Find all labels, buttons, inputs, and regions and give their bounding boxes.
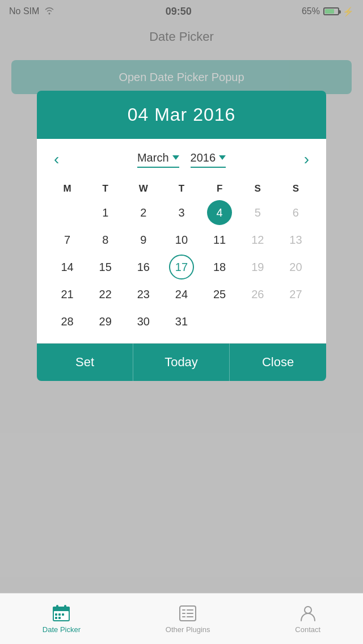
next-month-button[interactable]: › [298,148,315,171]
day-cell[interactable]: 6 [283,200,308,225]
day-cell[interactable]: 10 [169,227,194,252]
day-cell[interactable]: 7 [55,227,80,252]
weekday-mon: M [48,180,86,198]
day-cell[interactable]: 13 [283,227,308,252]
datepicker-footer: Set Today Close [37,343,326,381]
weekday-sun: S [277,180,315,198]
day-cell[interactable]: 22 [93,282,118,307]
close-button[interactable]: Close [230,344,326,381]
weekday-fri: F [201,180,239,198]
day-cell[interactable]: 29 [93,309,118,334]
day-cell[interactable]: 18 [207,255,232,279]
today-button[interactable]: Today [133,344,230,381]
svg-point-17 [305,607,311,613]
selected-date-display: 04 Mar 2016 [50,104,313,125]
day-cell[interactable]: 17 [169,255,194,279]
svg-rect-1 [53,607,70,611]
svg-rect-4 [64,605,66,609]
day-cell[interactable]: 27 [283,282,308,307]
weekday-headers: M T W T F S S [48,180,315,198]
day-cell[interactable]: 2 [131,200,156,225]
svg-rect-7 [62,613,64,616]
day-cell[interactable]: 12 [245,227,270,252]
day-cell[interactable]: 23 [131,282,156,307]
weekday-sat: S [239,180,277,198]
day-cell[interactable]: 4 [207,200,232,225]
svg-rect-16 [187,616,193,617]
day-cell[interactable]: 11 [207,227,232,252]
day-cell[interactable]: 14 [55,255,80,279]
svg-rect-5 [55,613,57,616]
datepicker-body: ‹ March 2016 › M T W T F S S [37,139,326,343]
svg-rect-11 [182,609,185,611]
day-cell[interactable]: 21 [55,282,80,307]
day-cell[interactable]: 20 [283,255,308,279]
day-cell[interactable]: 26 [245,282,270,307]
day-cell[interactable]: 3 [169,200,194,225]
tab-date-picker[interactable]: Date Picker [43,604,81,634]
days-grid: 1234567891011121314151617181920212223242… [48,200,315,334]
year-selector[interactable]: 2016 [191,151,226,168]
nav-selectors: March 2016 [137,151,226,168]
datepicker-nav: ‹ March 2016 › [48,148,315,171]
day-cell[interactable]: 9 [131,227,156,252]
prev-month-button[interactable]: ‹ [48,148,65,171]
datepicker-modal: 04 Mar 2016 ‹ March 2016 › M T W T [37,91,326,381]
tab-other-plugins[interactable]: Other Plugins [166,604,210,634]
person-icon [298,604,318,623]
svg-rect-9 [58,617,61,619]
svg-rect-14 [187,613,193,614]
svg-rect-3 [56,605,58,609]
month-label: March [137,151,169,164]
day-cell[interactable]: 16 [131,255,156,279]
weekday-thu: T [162,180,200,198]
day-cell[interactable]: 28 [55,309,80,334]
year-label: 2016 [191,151,216,164]
tab-bar: Date Picker Other Plugins Contact [0,593,363,644]
svg-rect-13 [182,613,185,614]
svg-rect-15 [182,616,185,617]
day-cell[interactable]: 24 [169,282,194,307]
day-cell[interactable]: 31 [169,309,194,334]
datepicker-header: 04 Mar 2016 [37,91,326,139]
svg-rect-8 [55,617,57,619]
tab-contact-label: Contact [295,625,320,634]
tab-contact[interactable]: Contact [295,604,320,634]
day-cell[interactable]: 15 [93,255,118,279]
weekday-wed: W [124,180,162,198]
day-cell[interactable]: 30 [131,309,156,334]
calendar-icon [52,604,71,623]
year-dropdown-icon [219,155,226,160]
weekday-tue: T [86,180,124,198]
day-cell[interactable]: 5 [245,200,270,225]
svg-rect-12 [187,609,193,611]
day-cell[interactable]: 25 [207,282,232,307]
tab-date-picker-label: Date Picker [43,625,81,634]
list-icon [178,604,197,623]
month-selector[interactable]: March [137,151,179,168]
svg-rect-6 [58,613,61,616]
day-cell[interactable]: 8 [93,227,118,252]
set-button[interactable]: Set [37,344,133,381]
tab-other-plugins-label: Other Plugins [166,625,210,634]
month-dropdown-icon [172,155,179,160]
day-cell[interactable]: 1 [93,200,118,225]
day-cell[interactable]: 19 [245,255,270,279]
